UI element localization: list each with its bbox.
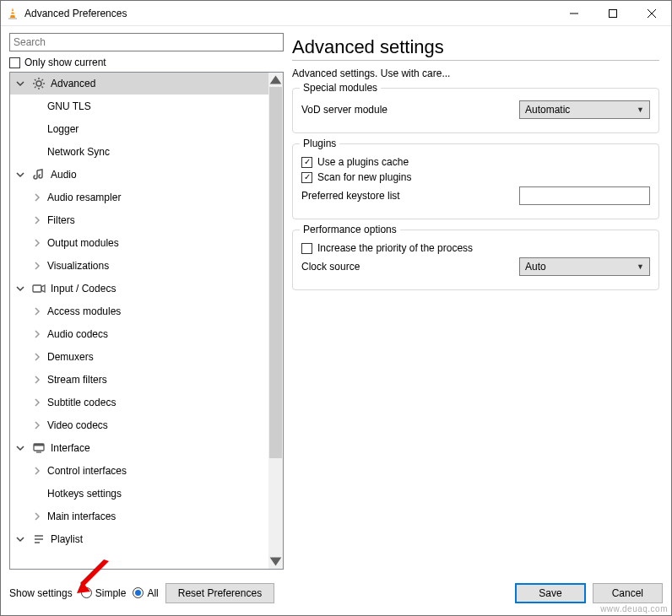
- tree-item[interactable]: Demuxers: [10, 346, 268, 369]
- tree-item-label: Input / Codecs: [51, 283, 116, 294]
- chevron-right-icon[interactable]: [30, 236, 44, 250]
- chevron-right-icon[interactable]: [30, 373, 44, 386]
- svg-rect-17: [33, 285, 41, 292]
- scroll-track[interactable]: [268, 87, 283, 554]
- svg-line-16: [42, 79, 44, 81]
- scroll-thumb[interactable]: [269, 87, 282, 458]
- tree-item-label: Subtitle codecs: [47, 397, 116, 408]
- checkbox-icon: [9, 57, 20, 68]
- tree-item[interactable]: Stream filters: [10, 369, 268, 392]
- scan-new-plugins-checkbox[interactable]: Scan for new plugins: [301, 171, 650, 183]
- tree-scrollbar[interactable]: [268, 73, 283, 569]
- tree-spacer: [30, 487, 44, 500]
- tree-item[interactable]: Audio: [10, 164, 268, 186]
- vod-server-select[interactable]: Automatic ▼: [519, 100, 650, 119]
- tree-item[interactable]: Audio codecs: [10, 323, 268, 346]
- tree-item-label: Logger: [47, 123, 79, 135]
- gear-icon: [30, 77, 47, 90]
- checkbox-icon: [301, 157, 312, 168]
- svg-rect-2: [11, 11, 14, 13]
- tree-item[interactable]: Hotkeys settings: [10, 483, 268, 505]
- svg-rect-5: [610, 9, 617, 17]
- left-panel: Only show current AdvancedGNU TLSLoggerN…: [9, 33, 284, 570]
- svg-rect-3: [11, 14, 15, 15]
- tree-item[interactable]: Logger: [10, 118, 268, 141]
- chevron-down-icon[interactable]: [14, 282, 27, 295]
- show-settings-simple-radio[interactable]: Simple: [81, 587, 127, 599]
- show-settings-all-radio[interactable]: All: [133, 587, 158, 599]
- increase-priority-label: Increase the priority of the process: [317, 242, 473, 254]
- tree-item[interactable]: Control interfaces: [10, 460, 268, 483]
- keystore-input[interactable]: [519, 186, 650, 205]
- reset-preferences-button[interactable]: Reset Preferences: [165, 583, 274, 603]
- increase-priority-checkbox[interactable]: Increase the priority of the process: [301, 242, 650, 254]
- search-input[interactable]: [9, 33, 284, 51]
- chevron-down-icon[interactable]: [14, 532, 27, 546]
- interface-icon: [30, 441, 47, 455]
- tree-item[interactable]: Filters: [10, 209, 268, 232]
- tree-item-label: Stream filters: [47, 374, 107, 386]
- tree-item[interactable]: Network Sync: [10, 141, 268, 164]
- tree-item[interactable]: GNU TLS: [10, 95, 268, 118]
- chevron-down-icon: ▼: [637, 262, 644, 271]
- chevron-right-icon[interactable]: [30, 327, 44, 341]
- tree-item[interactable]: Video codecs: [10, 414, 268, 437]
- settings-panel: Advanced settings Advanced settings. Use…: [292, 33, 663, 570]
- chevron-right-icon[interactable]: [30, 213, 44, 227]
- checkbox-icon: [301, 172, 312, 183]
- scan-new-plugins-label: Scan for new plugins: [317, 171, 411, 183]
- vod-label: VoD server module: [301, 104, 512, 116]
- only-show-current-checkbox[interactable]: Only show current: [9, 57, 284, 68]
- scroll-up-button[interactable]: [268, 73, 283, 87]
- save-button[interactable]: Save: [515, 583, 585, 603]
- svg-marker-18: [41, 285, 45, 292]
- chevron-right-icon[interactable]: [30, 419, 44, 432]
- chevron-right-icon[interactable]: [30, 191, 44, 204]
- tree-item-label: Visualizations: [47, 260, 109, 272]
- only-show-current-label: Only show current: [24, 57, 106, 68]
- group-performance: Performance options Increase the priorit…: [292, 230, 659, 290]
- chevron-right-icon[interactable]: [30, 305, 44, 318]
- minimize-button[interactable]: [555, 1, 593, 26]
- tree-item-label: Audio: [51, 169, 77, 181]
- tree-item[interactable]: Playlist: [10, 528, 268, 551]
- tree-item[interactable]: Audio resampler: [10, 186, 268, 209]
- chevron-right-icon[interactable]: [30, 510, 44, 523]
- use-plugins-cache-checkbox[interactable]: Use a plugins cache: [301, 156, 650, 168]
- tree-item[interactable]: Access modules: [10, 300, 268, 323]
- tree-item[interactable]: Interface: [10, 437, 268, 460]
- tree-item-label: Playlist: [51, 533, 83, 545]
- window-title: Advanced Preferences: [24, 8, 127, 19]
- group-title-plugins: Plugins: [300, 138, 339, 149]
- dialog-body: Only show current AdvancedGNU TLSLoggerN…: [1, 26, 671, 570]
- radio-icon: [133, 587, 144, 598]
- scroll-down-button[interactable]: [268, 554, 283, 569]
- tree-item-label: Access modules: [47, 305, 121, 317]
- close-button[interactable]: [632, 1, 671, 26]
- tree-item[interactable]: Visualizations: [10, 255, 268, 278]
- chevron-down-icon: ▼: [637, 105, 644, 114]
- chevron-down-icon[interactable]: [14, 168, 27, 181]
- tree-item[interactable]: Main interfaces: [10, 505, 268, 528]
- all-label: All: [147, 587, 158, 599]
- tree-spacer: [30, 145, 44, 159]
- chevron-down-icon[interactable]: [14, 441, 27, 455]
- svg-marker-0: [10, 8, 15, 18]
- clock-source-select[interactable]: Auto ▼: [519, 257, 650, 276]
- chevron-right-icon[interactable]: [30, 464, 44, 478]
- group-plugins: Plugins Use a plugins cache Scan for new…: [292, 143, 659, 219]
- tree-item[interactable]: Subtitle codecs: [10, 392, 268, 414]
- tree-item[interactable]: Advanced: [10, 73, 268, 95]
- chevron-right-icon[interactable]: [30, 259, 44, 273]
- cancel-button[interactable]: Cancel: [593, 583, 663, 603]
- chevron-right-icon[interactable]: [30, 350, 44, 364]
- codec-icon: [30, 282, 47, 295]
- maximize-button[interactable]: [593, 1, 632, 26]
- chevron-down-icon[interactable]: [14, 77, 27, 90]
- chevron-right-icon[interactable]: [30, 396, 44, 409]
- group-title-special: Special modules: [300, 82, 381, 94]
- titlebar: Advanced Preferences: [1, 1, 671, 26]
- tree-item[interactable]: Output modules: [10, 232, 268, 255]
- tree-item-label: Filters: [47, 214, 75, 226]
- tree-item[interactable]: Input / Codecs: [10, 278, 268, 300]
